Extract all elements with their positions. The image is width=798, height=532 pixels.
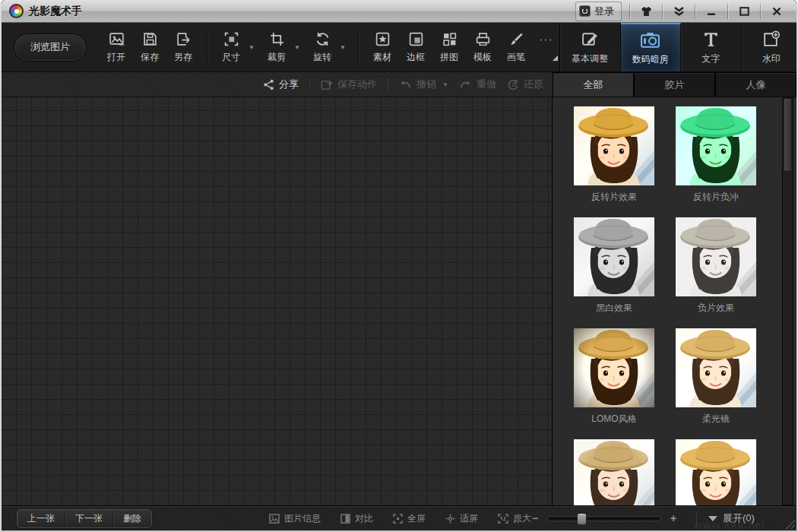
frame-icon	[408, 31, 424, 47]
zoom-out-button[interactable]: −	[529, 512, 541, 524]
save-as-label: 另存	[174, 51, 192, 64]
restore-button[interactable]: 还原	[507, 78, 543, 91]
undo-button[interactable]: 撤销 ▼	[399, 78, 448, 91]
tab-basic-adjust[interactable]: 基本调整	[560, 23, 621, 71]
tab-digital-darkroom[interactable]: 数码暗房	[621, 23, 682, 71]
crop-icon	[269, 31, 285, 47]
brush-button[interactable]: 画笔	[500, 28, 532, 67]
effect-item-soft[interactable]: 柔光镜	[676, 328, 756, 439]
divider	[760, 4, 761, 19]
effect-item-crossprocess[interactable]: 反转片负冲	[676, 106, 756, 217]
undo-dropdown-arrow[interactable]: ▼	[442, 81, 448, 88]
crop-dropdown-arrow[interactable]: ▼	[294, 30, 302, 65]
expand-button[interactable]: 展开(0)	[708, 511, 755, 525]
original-size-button[interactable]: 原大	[498, 512, 531, 525]
close-button[interactable]	[762, 0, 792, 22]
login-button[interactable]: 登录	[575, 2, 622, 21]
effect-thumbnail[interactable]	[574, 439, 654, 505]
browse-images-button[interactable]: 浏览图片	[14, 33, 87, 62]
zoom-slider[interactable]	[547, 516, 661, 521]
effect-item-negative[interactable]: 负片效果	[676, 217, 756, 328]
image-canvas[interactable]	[2, 97, 553, 505]
effect-item-glow[interactable]	[574, 439, 654, 505]
sticker-icon	[375, 31, 391, 47]
collage-button[interactable]: 拼图	[433, 28, 465, 67]
panel-scrollbar[interactable]	[782, 97, 793, 505]
portrait-preview-image	[676, 328, 756, 407]
share-label: 分享	[279, 78, 299, 91]
prev-image-button[interactable]: 上一张	[17, 510, 65, 527]
sticker-button[interactable]: 素材	[366, 28, 398, 67]
next-image-button[interactable]: 下一张	[65, 510, 113, 527]
template-button[interactable]: 模板	[467, 28, 499, 67]
effect-thumbnail[interactable]	[676, 328, 756, 407]
divider	[727, 4, 728, 19]
effect-item-bw[interactable]: 黑白效果	[574, 217, 654, 328]
effect-thumbnail[interactable]	[574, 106, 654, 185]
compare-label: 对比	[355, 512, 373, 525]
expand-arrow-icon	[708, 516, 717, 521]
zoom-in-button[interactable]: +	[667, 512, 679, 524]
restore-icon	[507, 79, 519, 90]
effect-thumbnail[interactable]	[574, 328, 654, 407]
effect-item-lomo[interactable]: LOMO风格	[574, 328, 654, 439]
image-nav-group: 上一张 下一张 删除	[17, 509, 152, 528]
divider	[695, 4, 695, 19]
save-icon	[142, 31, 158, 47]
portrait-preview-image	[574, 439, 654, 505]
tab-text[interactable]: 文字	[681, 23, 742, 71]
zoom-slider-thumb[interactable]	[577, 513, 587, 525]
more-tools-button[interactable]: ···	[534, 34, 559, 61]
rotate-button[interactable]: 旋转	[306, 28, 338, 67]
redo-label: 重做	[477, 78, 496, 91]
save-action-button[interactable]: 保存动作	[321, 78, 377, 91]
rotate-dropdown-arrow[interactable]: ▼	[340, 30, 347, 65]
collapse-button[interactable]	[663, 0, 694, 22]
compare-button[interactable]: 对比	[340, 512, 373, 525]
effect-item-bright[interactable]	[676, 439, 756, 505]
delete-image-button[interactable]: 删除	[113, 510, 151, 527]
rotate-icon	[315, 31, 331, 47]
resize-dropdown-arrow[interactable]: ▼	[249, 30, 256, 65]
redo-icon	[459, 79, 472, 90]
category-tab-film[interactable]: 胶片	[634, 72, 715, 97]
image-info-button[interactable]: 图片信息	[269, 512, 321, 525]
tab-watermark[interactable]: 水印	[742, 23, 798, 71]
effect-label: 黑白效果	[596, 302, 632, 315]
rotate-label: 旋转	[313, 51, 331, 64]
undo-icon	[399, 79, 412, 90]
portrait-preview-image	[676, 217, 756, 296]
resize-button[interactable]: 尺寸	[215, 28, 247, 67]
minimize-button[interactable]	[696, 0, 727, 22]
effect-thumbnail[interactable]	[676, 439, 756, 505]
category-tab-all[interactable]: 全部	[553, 72, 634, 97]
fullscreen-button[interactable]: 全屏	[393, 512, 426, 525]
scrollbar-thumb[interactable]	[784, 98, 792, 172]
crop-button[interactable]: 裁剪	[261, 28, 293, 67]
effect-thumbnail[interactable]	[574, 217, 654, 296]
frame-button[interactable]: 边框	[400, 28, 432, 67]
login-label: 登录	[594, 5, 614, 18]
portrait-preview-image	[676, 106, 756, 185]
effect-item-reversal[interactable]: 反转片效果	[574, 106, 654, 217]
fit-screen-button[interactable]: 适屏	[445, 512, 478, 525]
effect-thumbnail[interactable]	[676, 106, 756, 185]
share-button[interactable]: 分享	[263, 78, 299, 91]
resize-grip[interactable]	[786, 520, 795, 529]
portrait-preview-image	[574, 328, 654, 407]
brush-icon	[508, 31, 524, 47]
save-as-button[interactable]: 另存	[167, 28, 199, 67]
brush-label: 画笔	[507, 51, 525, 64]
original-size-icon	[498, 514, 508, 524]
effect-thumbnail[interactable]	[676, 217, 756, 296]
category-tab-portrait[interactable]: 人像	[715, 72, 796, 97]
watermark-plus-icon	[762, 30, 781, 49]
portrait-preview-image	[574, 106, 654, 185]
open-icon	[109, 31, 125, 47]
skin-button[interactable]	[631, 0, 661, 22]
maximize-button[interactable]	[729, 0, 759, 22]
action-bar: 分享 保存动作 撤销 ▼	[2, 72, 553, 97]
open-button[interactable]: 打开	[100, 28, 132, 67]
save-button[interactable]: 保存	[134, 28, 166, 67]
redo-button[interactable]: 重做	[459, 78, 496, 91]
